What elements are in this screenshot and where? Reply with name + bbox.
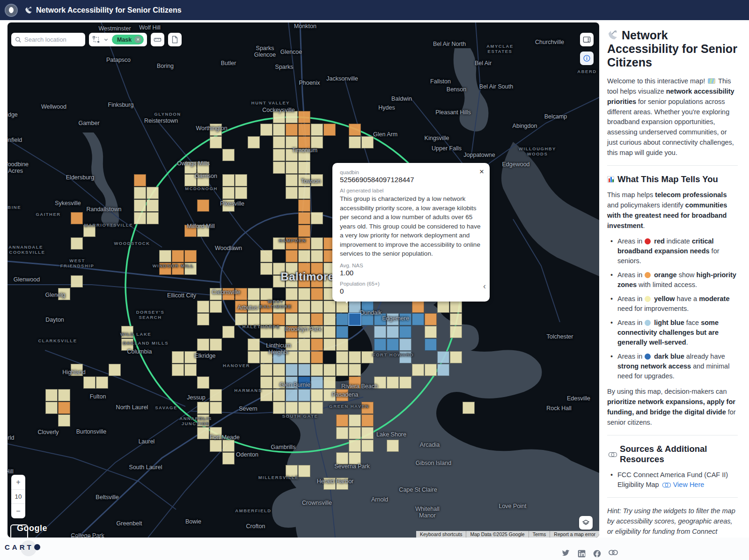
map-place-label: Patapsco [106,57,131,63]
ruler-icon [154,36,162,44]
link-icon [609,452,615,457]
attribution-link[interactable]: Report a map error [550,531,599,538]
zoom-in-button[interactable]: + [11,475,25,489]
map-place-label: Westminster [98,25,131,32]
map-place-label: Finksburg [108,102,134,108]
map-place-label: Love Point [499,503,526,509]
map-place-label: Glenwood [14,276,40,283]
map-place-label: Herald Harbor [317,478,354,485]
map-place-label: ANNAPOLIS JUNCTION [179,416,212,427]
map-place-label: Beltsville [95,494,118,501]
map-place-label: North Laurel [116,404,148,411]
draw-polygon-icon[interactable] [92,36,100,44]
map-place-label: Worthington [196,125,227,132]
map-place-label: Glenelg [45,292,65,298]
layers-button[interactable] [579,516,593,530]
map-place-label: FORT HOWARD [373,353,414,358]
map-place-label: Laurel [139,438,155,445]
map-place-label: Baldwin [391,96,412,102]
popup-field-label: quadbin [340,169,481,175]
link-icon[interactable] [609,550,618,558]
map-place-label: Butler [221,60,236,66]
attribution-link[interactable]: Map Data ©2025 Google [466,531,528,538]
map-place-label: HAMPDEN [279,238,307,243]
section-sources-title: Sources & Additional Resources [607,444,738,464]
search-box[interactable] [11,33,85,46]
info-sidebar: Network Accessibility for Senior Citizen… [599,20,749,538]
map-place-label: Jessup [187,394,206,401]
map-place-label: Sykesville [55,200,81,206]
social-links [561,550,618,558]
divider [607,497,738,498]
popup-prev-icon[interactable]: ‹ [483,281,486,291]
sidebar-hint: Hint: Try using the widgets to filter th… [607,506,738,538]
search-input[interactable] [24,36,76,43]
map-place-label: HANOVER [223,363,250,368]
facebook-icon[interactable] [593,550,601,558]
map-place-label: Arnold [371,496,388,503]
zoom-control: + 10 − [11,475,25,518]
chevron-down-icon[interactable] [103,37,109,42]
twitter-icon[interactable] [561,550,570,558]
map-place-label: Severn [239,405,257,412]
legend-dot-icon [645,272,651,278]
map-place-label: Randallstown [86,206,121,213]
divider [607,435,738,435]
google-logo[interactable]: Google [17,523,47,533]
map-place-label: Linthicum Heights [266,342,291,356]
map-toolbar: Mask × [11,33,182,46]
mask-chip-label: Mask [117,37,132,43]
map-place-label: Arcadia [420,442,440,448]
notes-button[interactable] [168,33,182,46]
source-item: FCC Connect America Fund (CAF II) Eligib… [610,470,738,490]
legend-bullet: Areas in orange show high-priority zones… [610,270,738,290]
attribution-link[interactable]: Terms [529,531,550,538]
popup-avgnas-label: Avg. NAS [340,263,481,268]
map-place-label: College Park [71,532,104,538]
map-place-label: OAKLAND MILLS [123,341,169,346]
map-place-label: Sparks [275,64,294,70]
view-here-link[interactable]: View Here [673,481,705,488]
map-place-label: Tolchester [547,333,573,340]
sidebar-welcome-text: Welcome to this interactive map! This to… [607,76,738,158]
zoom-out-button[interactable]: − [11,504,25,518]
attribution-link[interactable]: Keyboard shortcuts [416,531,466,538]
map-place-label: South Laurel [129,464,162,471]
info-button[interactable] [580,52,594,65]
map-place-label: SAVAGE [155,405,177,411]
map-place-label: Garrison [195,173,217,179]
map-place-label: Glen Arm [373,131,397,138]
map-place-label: Benson [447,86,466,93]
map-place-label: GAITHER [36,212,60,217]
map-place-label: Rock Hall [546,405,572,412]
legend-bullet-list: Areas in red indicate critical broadband… [610,236,738,381]
map-place-label: ABERD [577,69,596,74]
mask-filter-chip[interactable]: Mask × [112,35,144,44]
map-place-label: Churchville [535,39,564,45]
map-place-label: orld [7,435,14,441]
mask-remove-icon[interactable]: × [134,36,141,43]
map-place-label: ODBINE [7,205,21,210]
map-place-label: Boring [157,63,174,69]
toggle-panel-button[interactable] [580,33,594,46]
map-canvas[interactable]: WestminsterWolf HillMonktonSparks Glenco… [7,22,599,538]
map-place-label: Phoenix [299,80,320,86]
map-place-label: AMYCLAE ESTATES [486,44,513,54]
map-place-label: Bowie [185,518,201,525]
map-place-label: Cloverly [37,429,59,435]
divider [607,165,738,166]
carto-logo[interactable]: CART [5,543,40,551]
map-place-label: DORSEY'S SEARCH [136,310,165,320]
map-place-label: Pikesville [220,200,244,207]
search-icon [15,37,22,43]
map-place-label: Wellwood [41,103,66,110]
popup-close-icon[interactable]: × [479,168,484,176]
map-place-label: Wolf Hill [139,24,161,31]
measure-button[interactable] [151,33,164,46]
grid-cell[interactable] [349,313,361,325]
map-place-label: WILLOUGHBY WOODS [519,147,556,157]
linkedin-icon[interactable] [578,550,586,558]
app-logo[interactable] [5,4,18,17]
popup-field-value: 5256690584097128447 [340,176,481,184]
popup-ai-label: AI generated label [340,188,481,193]
